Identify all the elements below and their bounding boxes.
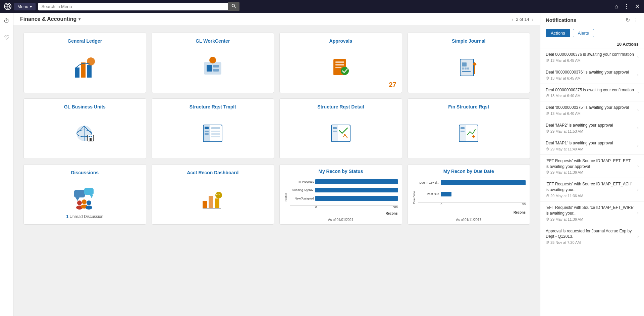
- notif-item-8[interactable]: 'EFT Requests' with Source ID 'MAP_EFT_W…: [540, 201, 644, 225]
- notif-item-2[interactable]: Deal 000000000375 is awaiting your confi…: [540, 84, 644, 102]
- svg-rect-42: [211, 136, 220, 137]
- notif-arrow-9: ›: [637, 234, 639, 239]
- recon-status-chart: Status In Progress Awaiting Ap: [284, 178, 398, 222]
- close-icon[interactable]: ✕: [635, 3, 640, 10]
- notif-item-6-content: 'EFT Requests' with Source ID 'MAP_EFT_E…: [546, 158, 635, 175]
- svg-rect-15: [335, 61, 344, 63]
- tab-alerts[interactable]: Alerts: [573, 29, 594, 37]
- app-logo[interactable]: [4, 3, 11, 10]
- tile-gl-workcenter[interactable]: GL WorkCenter: [152, 33, 274, 93]
- notif-item-3-content: Deal '000000000375' is awaiting your app…: [546, 105, 635, 116]
- tile-general-ledger[interactable]: General Ledger: [23, 33, 146, 93]
- more-options-icon[interactable]: ⋮: [624, 3, 630, 10]
- due-x-axis: 0 50: [418, 202, 526, 206]
- notifications-count: 10 Actions: [540, 40, 644, 48]
- notif-item-7[interactable]: 'EFT Requests' with Source ID 'MAP_EFT_A…: [540, 178, 644, 201]
- notif-item-3-time: ⏱ 13 Mar at 6:40 AM: [546, 111, 635, 116]
- svg-point-47: [344, 134, 345, 135]
- menu-button[interactable]: Menu ▾: [14, 3, 36, 10]
- menu-label: Menu: [17, 4, 29, 9]
- notif-arrow-0: ›: [637, 55, 639, 59]
- notif-item-7-time: ⏱ 29 May at 11:36 AM: [546, 194, 635, 198]
- svg-rect-16: [335, 64, 344, 65]
- svg-rect-22: [465, 67, 467, 70]
- notif-item-4[interactable]: Deal 'MAP2' is awaiting your approval ⏱ …: [540, 119, 644, 137]
- tile-approvals-icon: [327, 48, 354, 87]
- tile-discussions[interactable]: Discussions: [23, 164, 146, 225]
- svg-rect-38: [205, 133, 209, 135]
- svg-rect-51: [461, 131, 465, 132]
- refresh-icon[interactable]: ↻: [626, 17, 630, 23]
- notif-item-0-text: Deal 000000000376 is awaiting your confi…: [546, 52, 635, 57]
- tile-structure-rqst-tmplt[interactable]: Structure Rqst Tmplt: [152, 98, 274, 159]
- search-button[interactable]: [228, 2, 239, 11]
- search-input[interactable]: [38, 3, 228, 10]
- notifications-tabs: Actions Alerts: [540, 26, 644, 40]
- chart-y-axis-label: Status: [284, 178, 288, 217]
- tile-structure-rqst-tmplt-title: Structure Rqst Tmplt: [190, 104, 236, 109]
- tile-my-recon-by-status[interactable]: My Recon by Status Status In Progress: [279, 164, 402, 225]
- page-header: Finance & Accounting ▾ ‹ 2 of 14 ›: [13, 13, 540, 26]
- tab-actions[interactable]: Actions: [546, 29, 570, 37]
- tile-my-recon-by-due-date[interactable]: My Recon by Due Date Due Date Due In 16+…: [408, 164, 530, 225]
- notifications-more-icon[interactable]: ⋮: [633, 17, 639, 23]
- clock-icon-5: ⏱: [546, 147, 549, 151]
- topbar-right: ⌂ ⋮ ✕: [614, 3, 640, 10]
- tile-approvals-title: Approvals: [329, 38, 352, 44]
- svg-rect-63: [203, 201, 207, 208]
- svg-rect-53: [74, 190, 85, 197]
- svg-rect-46: [333, 131, 337, 132]
- svg-rect-33: [90, 138, 92, 141]
- tile-structure-rqst-detail-icon: [327, 114, 354, 153]
- svg-rect-7: [87, 65, 92, 78]
- svg-rect-26: [474, 73, 475, 74]
- tile-fin-structure-rqst-icon: [455, 114, 482, 153]
- prev-page-icon[interactable]: ‹: [512, 17, 513, 22]
- chart-date: As of 01/01/2021: [284, 218, 398, 222]
- notif-item-2-content: Deal 000000000375 is awaiting your confi…: [546, 87, 635, 98]
- tile-gl-workcenter-title: GL WorkCenter: [196, 38, 230, 44]
- next-page-icon[interactable]: ›: [532, 17, 533, 22]
- page-title-dropdown-icon[interactable]: ▾: [78, 17, 80, 21]
- due-chart-y-label: Due Date: [412, 178, 417, 217]
- tile-my-recon-by-status-title: My Recon by Status: [284, 169, 398, 174]
- main-container: ⏱ ♡ Finance & Accounting ▾ ‹ 2 of 14 › G…: [0, 13, 644, 316]
- svg-rect-17: [335, 67, 341, 68]
- svg-point-62: [86, 206, 92, 210]
- notif-item-0[interactable]: Deal 000000000376 is awaiting your confi…: [540, 48, 644, 66]
- recon-due-chart: Due Date Due In 16+ d... Past Due: [412, 178, 526, 222]
- tile-approvals[interactable]: Approvals 27: [279, 33, 402, 93]
- svg-rect-39: [211, 127, 220, 129]
- svg-rect-55: [84, 188, 94, 195]
- tile-acct-recon-dashboard[interactable]: Acct Recon Dashboard: [152, 164, 274, 225]
- tile-structure-rqst-detail-title: Structure Rqst Detail: [317, 104, 364, 109]
- notif-item-5-content: Deal 'MAP1' is awaiting your approval ⏱ …: [546, 140, 635, 151]
- tile-approvals-badge: 27: [389, 81, 396, 89]
- tile-fin-structure-rqst-title: Fin Structure Rqst: [448, 104, 489, 109]
- svg-rect-65: [215, 198, 219, 208]
- bar-new-assigned: New/Assigned: [290, 196, 398, 201]
- svg-point-61: [87, 200, 91, 205]
- notif-item-5-text: Deal 'MAP1' is awaiting your approval: [546, 140, 635, 146]
- notif-item-1[interactable]: Deal '000000000376' is awaiting your app…: [540, 66, 644, 84]
- svg-rect-45: [333, 127, 337, 129]
- tile-gl-business-units[interactable]: GL Business Units: [23, 98, 146, 159]
- notif-item-5[interactable]: Deal 'MAP1' is awaiting your approval ⏱ …: [540, 137, 644, 155]
- notif-item-9[interactable]: Approval is requested for Journal Accrue…: [540, 225, 644, 249]
- notif-item-7-text: 'EFT Requests' with Source ID 'MAP_EFT_A…: [546, 181, 635, 193]
- notifications-panel: Notifications ↻ ⋮ Actions Alerts 10 Acti…: [540, 13, 644, 316]
- tile-structure-rqst-detail[interactable]: Structure Rqst Detail: [279, 98, 402, 159]
- tile-my-recon-by-due-date-title: My Recon by Due Date: [412, 169, 526, 174]
- svg-marker-54: [75, 197, 79, 201]
- tile-simple-journal[interactable]: Simple Journal: [408, 33, 530, 93]
- notif-item-6[interactable]: 'EFT Requests' with Source ID 'MAP_EFT_E…: [540, 155, 644, 178]
- notif-item-6-text: 'EFT Requests' with Source ID 'MAP_EFT_E…: [546, 158, 635, 170]
- notif-item-3[interactable]: Deal '000000000375' is awaiting your app…: [540, 101, 644, 119]
- svg-point-13: [209, 57, 216, 63]
- favorites-icon[interactable]: ♡: [3, 33, 11, 43]
- history-icon[interactable]: ⏱: [2, 16, 11, 26]
- tile-fin-structure-rqst[interactable]: Fin Structure Rqst: [408, 98, 530, 159]
- home-icon[interactable]: ⌂: [614, 3, 618, 10]
- tile-general-ledger-title: General Ledger: [67, 38, 102, 44]
- notif-item-4-text: Deal 'MAP2' is awaiting your approval: [546, 123, 635, 128]
